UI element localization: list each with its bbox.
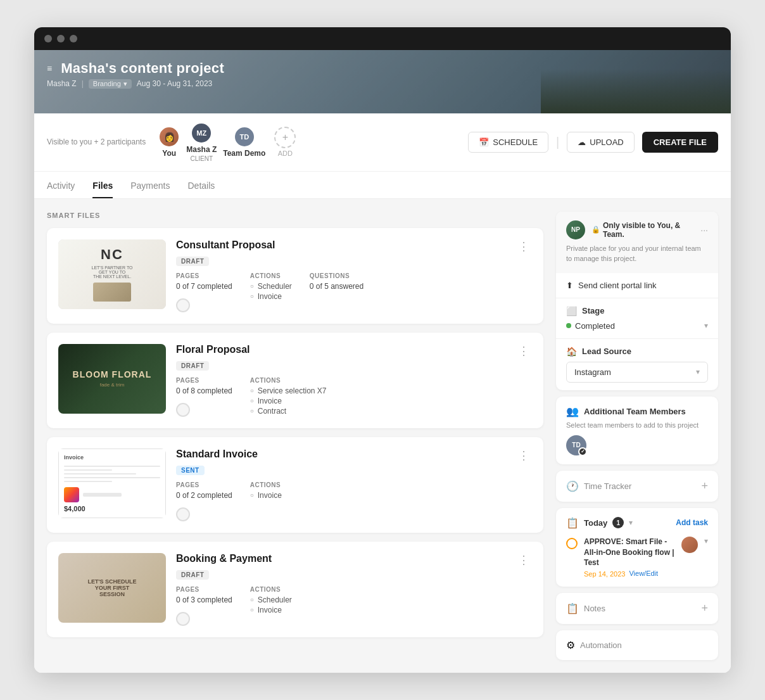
- action-item: Scheduler: [250, 282, 292, 291]
- calendar-icon: 📋: [566, 517, 579, 529]
- checkbox-3[interactable]: [176, 612, 190, 626]
- time-tracker-icon: 🕐: [566, 480, 579, 492]
- floral-sub: fade & trim: [100, 382, 125, 388]
- tab-payments[interactable]: Payments: [130, 172, 170, 198]
- file-stats-invoice: PAGES 0 of 2 completed ACTIONS Invoice: [176, 481, 532, 521]
- actions-label-1: ACTIONS: [250, 377, 327, 384]
- invoice-amount: $4,000: [64, 505, 160, 512]
- action-item-contract: Contract: [250, 407, 327, 416]
- pages-label-0: PAGES: [176, 272, 232, 279]
- checkbox-0[interactable]: [176, 298, 190, 312]
- team-members-card: 👥 Additional Team Members Select team me…: [556, 397, 718, 464]
- hero-tag[interactable]: Branding ▾: [89, 79, 132, 89]
- actions-list-3: Scheduler Invoice: [250, 595, 292, 616]
- today-label: Today: [584, 518, 607, 528]
- team-members-icon: 👥: [566, 405, 579, 417]
- add-task-button[interactable]: Add task: [676, 518, 708, 527]
- lead-source-section: 🏠 Lead Source Instagram ▾: [556, 339, 718, 390]
- upload-button[interactable]: ☁ UPLOAD: [567, 132, 634, 153]
- automation-card[interactable]: ⚙ Automation: [556, 630, 718, 660]
- task-avatar: [681, 537, 698, 553]
- thumb-invoice-label: Invoice: [64, 454, 160, 461]
- task-link[interactable]: View/Edit: [629, 570, 658, 577]
- create-file-button[interactable]: CREATE FILE: [642, 132, 718, 153]
- schedule-icon: 📅: [479, 137, 489, 147]
- right-panel: NP 🔒 Only visible to You, & Team. ··· Pr…: [556, 212, 718, 660]
- avatar-masha[interactable]: MZ: [191, 122, 212, 144]
- questions-label-0: QUESTIONS: [310, 272, 364, 279]
- titlebar-dot-3: [70, 35, 77, 42]
- task-circle[interactable]: [566, 538, 578, 549]
- lead-source-select[interactable]: Instagram ▾: [566, 362, 708, 383]
- file-title-consultant: Consultant Proposal: [176, 239, 275, 251]
- upload-icon: ☁: [578, 137, 586, 147]
- stage-value[interactable]: Completed ▾: [566, 321, 708, 331]
- thumb-floral: BLOOM FLORAL fade & trim: [58, 344, 166, 414]
- send-portal-icon: ⬆: [566, 281, 573, 290]
- file-info-consultant: Consultant Proposal DRAFT ⋮ PAGES 0 of 7…: [176, 239, 532, 312]
- today-chevron[interactable]: ▾: [629, 518, 633, 527]
- thumb-booking-wrap: LET'S SCHEDULEYOUR FIRSTSESSION: [58, 553, 166, 623]
- file-menu-booking[interactable]: ⋮: [515, 553, 532, 567]
- file-card-consultant: NC LET'S PARTNER TOGET YOU TOTHE NEXT LE…: [47, 228, 543, 324]
- actions-label-3: ACTIONS: [250, 586, 292, 593]
- file-title-invoice: Standard Invoice: [176, 449, 258, 460]
- actions-right: 📅 SCHEDULE | ☁ UPLOAD CREATE FILE: [468, 132, 718, 153]
- actions-list-2: Invoice: [250, 491, 282, 501]
- task-item: APPROVE: Smart File - All-in-One Booking…: [566, 537, 708, 578]
- schedule-button[interactable]: 📅 SCHEDULE: [468, 132, 548, 153]
- visible-text: Visible to you + 2 participants: [47, 137, 146, 146]
- add-participant-button[interactable]: +: [274, 127, 296, 148]
- stage-dot: [566, 323, 571, 328]
- file-menu-floral[interactable]: ⋮: [515, 344, 532, 358]
- automation-icon: ⚙: [566, 639, 575, 651]
- time-tracker-add[interactable]: +: [701, 480, 708, 493]
- actions-label-0: ACTIONS: [250, 272, 292, 279]
- member-check: ✓: [578, 447, 587, 456]
- hero-user: Masha Z: [47, 79, 77, 88]
- tab-activity[interactable]: Activity: [47, 172, 75, 198]
- avatar-you[interactable]: 👩: [158, 126, 180, 148]
- task-expand[interactable]: ▾: [704, 537, 708, 545]
- file-menu-consultant[interactable]: ⋮: [515, 239, 532, 253]
- notes-add[interactable]: +: [701, 602, 708, 615]
- file-card-floral: BLOOM FLORAL fade & trim Floral Proposal…: [47, 333, 543, 428]
- pages-value-0: 0 of 7 completed: [176, 282, 232, 291]
- task-title: APPROVE: Smart File - All-in-One Booking…: [584, 537, 675, 568]
- team-note-dots[interactable]: ···: [700, 225, 708, 235]
- project-title: Masha's content project: [61, 60, 224, 77]
- tab-files[interactable]: Files: [92, 172, 113, 198]
- tab-details[interactable]: Details: [188, 172, 215, 198]
- lead-source-label: Lead Source: [582, 347, 708, 356]
- hero-banner: ≡ Masha's content project Masha Z | Bran…: [34, 50, 731, 113]
- today-count: 1: [612, 517, 624, 528]
- main-window: ≡ Masha's content project Masha Z | Bran…: [34, 27, 731, 673]
- menu-icon[interactable]: ≡: [47, 63, 52, 73]
- stage-icon: ⬜: [566, 306, 577, 316]
- notes-icon: 📋: [566, 602, 579, 614]
- today-card: 📋 Today 1 ▾ Add task APPROVE: Smart File…: [556, 508, 718, 587]
- file-title-floral: Floral Proposal: [176, 344, 250, 355]
- team-members-desc: Select team members to add to this proje…: [566, 421, 708, 429]
- action-item-service: Service selection X7: [250, 386, 327, 395]
- thumb-logo: NC: [101, 246, 123, 263]
- pages-label-1: PAGES: [176, 377, 232, 384]
- send-portal-link[interactable]: ⬆ Send client portal link: [556, 273, 718, 298]
- team-note-desc: Private place for you and your internal …: [566, 243, 708, 264]
- file-stats-consultant: PAGES 0 of 7 completed ACTIONS Scheduler…: [176, 272, 532, 312]
- you-label: You: [162, 149, 176, 158]
- actions-label-2: ACTIONS: [250, 481, 282, 488]
- tabs-bar: Activity Files Payments Details: [34, 172, 731, 199]
- avatar-team[interactable]: TD: [234, 126, 255, 148]
- titlebar: [34, 27, 731, 50]
- member-avatar-td[interactable]: TD ✓: [566, 435, 586, 455]
- pages-label-3: PAGES: [176, 586, 232, 593]
- badge-booking: DRAFT: [176, 570, 209, 580]
- checkbox-2[interactable]: [176, 507, 190, 521]
- file-menu-invoice[interactable]: ⋮: [515, 449, 532, 462]
- team-note-title: Only visible to You, & Team.: [603, 221, 694, 239]
- lead-source-value: Instagram: [574, 367, 611, 377]
- checkbox-1[interactable]: [176, 403, 190, 417]
- thumb-invoice-wrap: Invoice $4,000: [58, 449, 166, 518]
- hero-date: Aug 30 - Aug 31, 2023: [137, 79, 212, 88]
